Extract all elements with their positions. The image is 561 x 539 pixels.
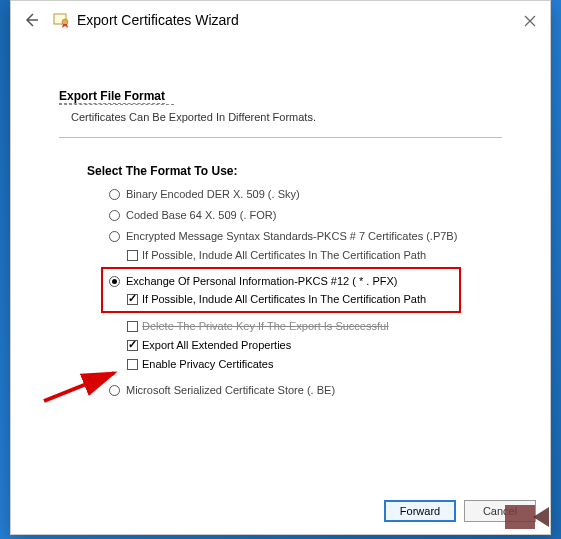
radio-icon <box>109 231 120 242</box>
check-export-extended[interactable]: Export All Extended Properties <box>127 339 522 351</box>
titlebar: Export Certificates Wizard <box>11 1 550 39</box>
radio-label: Encrypted Message Syntax Standards-PKCS … <box>126 230 457 242</box>
check-pkcs12-include-all[interactable]: If Possible, Indude All Certificates In … <box>127 293 453 305</box>
highlight-pkcs12: Exchange Of Personal Information-PKCS #1… <box>101 267 461 313</box>
radio-der[interactable]: Binary Encoded DER X. 509 (. Sky) <box>109 188 522 200</box>
select-format-label: Select The Format To Use: <box>87 164 522 178</box>
arrow-left-icon <box>23 12 39 28</box>
radio-label: Binary Encoded DER X. 509 (. Sky) <box>126 188 300 200</box>
check-enable-privacy[interactable]: Enable Privacy Certificates <box>127 358 522 370</box>
radio-ms-store[interactable]: Microsoft Serialized Certificate Store (… <box>109 384 522 396</box>
check-label: If Possible, Indude All Certificates In … <box>142 249 426 261</box>
radio-icon <box>109 385 120 396</box>
page-heading: Export File Format <box>59 89 165 104</box>
checkbox-icon <box>127 359 138 370</box>
export-wizard-dialog: Export Certificates Wizard Export File F… <box>10 0 551 535</box>
check-label: Export All Extended Properties <box>142 339 291 351</box>
forward-button[interactable]: Forward <box>384 500 456 522</box>
checkbox-icon <box>127 340 138 351</box>
close-icon <box>524 15 536 27</box>
cancel-button[interactable]: Cancel <box>464 500 536 522</box>
check-label: If Possible, Indude All Certificates In … <box>142 293 426 305</box>
radio-base64[interactable]: Coded Base 64 X. 509 (. FOR) <box>109 209 522 221</box>
checkbox-icon <box>127 250 138 261</box>
radio-pkcs12[interactable]: Exchange Of Personal Information-PKCS #1… <box>109 275 453 287</box>
button-bar: Forward Cancel <box>384 500 536 522</box>
certificate-icon <box>51 10 71 30</box>
checkbox-icon <box>127 294 138 305</box>
divider <box>59 137 502 138</box>
radio-label: Exchange Of Personal Information-PKCS #1… <box>126 275 397 287</box>
radio-icon <box>109 189 120 200</box>
radio-icon <box>109 276 120 287</box>
radio-label: Microsoft Serialized Certificate Store (… <box>126 384 335 396</box>
wizard-content: Export File Format Certificates Can Be E… <box>11 39 550 396</box>
check-pkcs7-include-all: If Possible, Indude All Certificates In … <box>127 249 522 261</box>
format-options: Binary Encoded DER X. 509 (. Sky) Coded … <box>109 188 522 396</box>
check-label: Delete The Private Key If The Export Is … <box>142 320 389 332</box>
window-title: Export Certificates Wizard <box>77 12 239 28</box>
radio-pkcs7[interactable]: Encrypted Message Syntax Standards-PKCS … <box>109 230 522 242</box>
close-button[interactable] <box>518 9 542 33</box>
check-delete-key[interactable]: Delete The Private Key If The Export Is … <box>127 320 522 332</box>
page-subheading: Certificates Can Be Exported In Differen… <box>71 111 522 123</box>
check-label: Enable Privacy Certificates <box>142 358 273 370</box>
checkbox-icon <box>127 321 138 332</box>
radio-label: Coded Base 64 X. 509 (. FOR) <box>126 209 276 221</box>
back-button[interactable] <box>19 8 43 32</box>
radio-icon <box>109 210 120 221</box>
